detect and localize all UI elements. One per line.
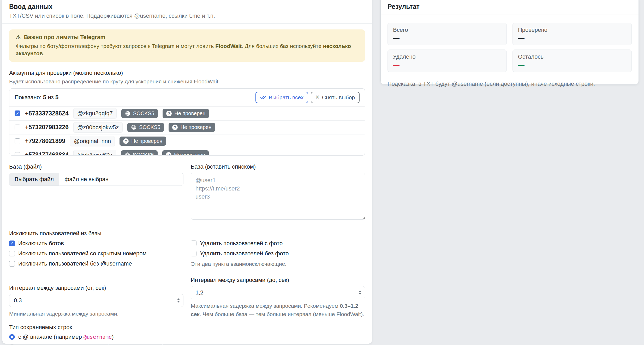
paste-column: База (вставить списком) [191,163,365,221]
exclude-right-options: Удалить пользователей с фотоУдалить поль… [191,240,365,257]
account-phone: +573207983226 [25,124,69,131]
input-card-body: ⚠ Важно про лимиты Telegram Фильтры по б… [2,24,372,345]
exclude-note: Эти два пункта взаимоисключающие. [191,261,365,267]
exclude-option-label: Исключить пользователей со скрытым номер… [18,250,147,257]
status-badge-label: Не проверен [180,124,211,130]
status-badge: ?Не проверен [162,150,209,156]
clear-selection-label: Снять выбор [322,94,355,101]
status-badge: ?Не проверен [120,137,166,146]
line-type-option-label: с @ вначале (например @username) [18,334,114,340]
clear-selection-button[interactable]: × Снять выбор [311,92,360,103]
interval-from-wrap [9,294,183,307]
paste-list-textarea[interactable] [191,173,365,220]
socks5-badge: SOCKS5 [127,123,164,132]
stat-card: Всего— [387,23,507,45]
file-input[interactable]: Выбрать файл файл не выбран [9,173,183,186]
warning-title: ⚠ Важно про лимиты Telegram [16,34,359,41]
account-checkbox[interactable] [15,152,20,156]
account-phone: +79278021899 [25,138,65,145]
stepper-arrows-icon[interactable] [359,291,361,295]
telegram-limits-warning: ⚠ Важно про лимиты Telegram Фильтры по б… [9,29,365,62]
photo-option: Удалить пользователей без фото [191,250,365,257]
stat-label: Осталось [518,53,626,60]
interval-to-input[interactable] [191,286,365,299]
exclude-left-column: Исключить пользователей из базы ✓Исключи… [9,230,183,267]
exclude-right-column: Удалить пользователей с фотоУдалить поль… [191,230,365,267]
stat-value: — [393,35,501,41]
question-icon: ? [123,138,129,144]
interval-from-hint: Минимальная задержка между запросами. [9,310,183,318]
accounts-toolbar: Показано: 5 из 5 Выбрать всех × Снять вы… [9,89,365,107]
result-card: Результат Всего—Проверено—Удалено—Остало… [380,0,639,85]
stat-card: Удалено— [387,50,507,72]
photo-option-label: Удалить пользователей без фото [200,250,289,257]
accounts-panel: Показано: 5 из 5 Выбрать всех × Снять вы… [9,88,365,156]
exclude-option: ✓Исключить ботов [9,240,183,247]
account-username: @z00bcsjokw5z [73,122,123,133]
stat-value: — [518,35,626,41]
line-type-option: исключить все символы вначале (например … [9,343,365,345]
stats-grid: Всего—Проверено—Удалено—Осталось— [387,23,632,72]
exclude-left-options: ✓Исключить ботовИсключить пользователей … [9,240,183,267]
exclude-option-checkbox[interactable] [9,261,15,267]
result-card-body: Всего—Проверено—Удалено—Осталось— Подска… [381,15,639,93]
result-title: Результат [387,3,632,10]
exclude-option-label: Исключить пользователей без @username [18,260,132,267]
choose-file-button[interactable]: Выбрать файл [9,173,59,186]
photo-option-checkbox[interactable] [191,251,196,256]
line-type-option: с @ вначале (например @username) [9,333,365,341]
status-badge: ?Не проверен [163,109,209,118]
interval-to-label: Интервал между запросами (до, сек) [191,277,365,284]
intervals-row: Интервал между запросами (от, сек) Миним… [9,277,365,319]
account-phone: +573177463834 [25,151,69,156]
interval-from-label: Интервал между запросами (от, сек) [9,285,183,291]
stepper-arrows-icon[interactable] [177,298,180,303]
status-badge-label: Не проверен [174,152,205,156]
globe-icon [125,111,130,116]
status-badge: ?Не проверен [169,123,215,132]
socks5-badge-label: SOCKS5 [133,152,154,156]
warning-text: Фильтры по боту/фото/телефону требуют за… [16,42,359,57]
accounts-toolbar-buttons: Выбрать всех × Снять выбор [255,92,360,103]
photo-option-checkbox[interactable] [191,241,196,246]
socks5-badge: SOCKS5 [121,150,158,156]
interval-from-input[interactable] [9,294,183,307]
question-icon: ? [166,111,172,116]
account-checkbox[interactable] [15,125,20,130]
select-all-button[interactable]: Выбрать всех [255,92,308,103]
shown-count: Показано: 5 из 5 [15,94,58,101]
stat-value: — [393,62,501,68]
account-username: @gh3wim67g [73,150,116,156]
accounts-hint: Будет использовано распределение по круг… [9,78,365,85]
accounts-list[interactable]: ✓+573337328624@zkgu2qqfq7SOCKS5?Не прове… [9,107,365,156]
accounts-label: Аккаунты для проверки (можно несколько) [9,70,365,76]
paste-input-label: База (вставить списком) [191,163,365,170]
close-icon: × [315,94,319,100]
exclude-option-checkbox[interactable]: ✓ [9,241,15,246]
globe-icon [131,125,136,130]
stat-card: Осталось— [512,50,632,72]
interval-from-column: Интервал между запросами (от, сек) Миним… [9,285,183,319]
account-row: +573177463834@gh3wim67gSOCKS5?Не провере… [9,148,365,156]
interval-to-wrap [191,286,365,299]
select-all-label: Выбрать всех [269,94,304,101]
input-card-header: Ввод данных TXT/CSV или список в поле. П… [2,0,372,24]
socks5-badge-label: SOCKS5 [133,110,154,116]
stat-value: — [518,62,626,68]
question-icon: ? [166,152,171,156]
exclude-option-label: Исключить ботов [18,240,64,247]
photo-option: Удалить пользователей с фото [191,240,365,247]
result-hint: Подсказка: в TXT будут @username (если д… [387,81,632,87]
interval-to-hint: Максимальная задержка между запросами. Р… [191,302,365,319]
input-card: Ввод данных TXT/CSV или список в поле. П… [2,0,372,344]
photo-option-label: Удалить пользователей с фото [200,240,283,247]
line-type-radio[interactable] [9,334,15,340]
line-type-option-label: исключить все символы вначале (например … [18,344,164,345]
exclude-option-checkbox[interactable] [9,251,15,256]
stat-label: Удалено [393,53,501,60]
account-checkbox[interactable] [15,138,20,144]
stat-label: Всего [393,27,501,33]
file-column: База (файл) Выбрать файл файл не выбран [9,163,183,221]
account-checkbox[interactable]: ✓ [15,110,20,116]
warning-title-text: Важно про лимиты Telegram [24,34,105,41]
